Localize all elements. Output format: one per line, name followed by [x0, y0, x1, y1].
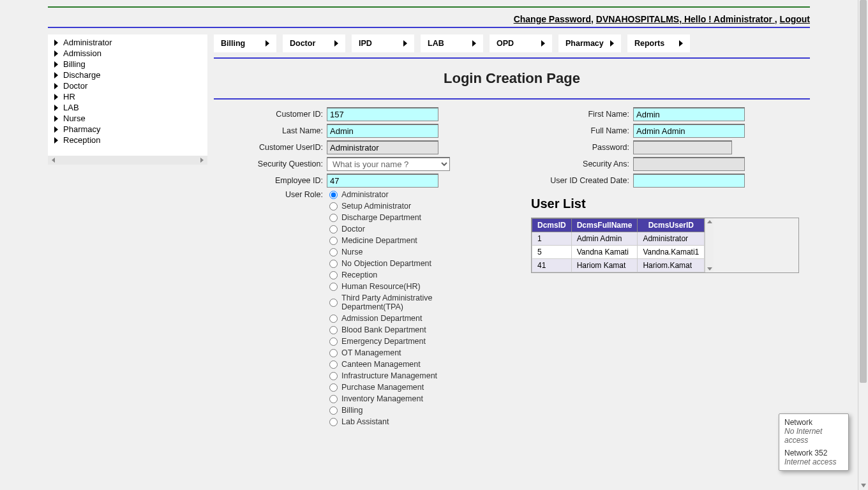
role-label: Purchase Management — [341, 383, 424, 392]
role-option[interactable]: Medicine Department — [329, 236, 493, 245]
tooltip-line1: Network — [784, 418, 843, 427]
role-label: Emergency Department — [341, 337, 426, 346]
sidebar-scrollbar[interactable] — [48, 156, 207, 165]
role-option[interactable]: Third Party Administrative Department(TP… — [329, 293, 493, 311]
menu-pharmacy[interactable]: Pharmacy — [558, 34, 621, 52]
role-option[interactable]: Doctor — [329, 225, 493, 234]
header-bar: Change Password, DVNAHOSPITALMS, Hello !… — [48, 8, 810, 27]
sidebar-item-pharmacy[interactable]: Pharmacy — [48, 124, 207, 135]
role-radio[interactable] — [329, 299, 338, 307]
role-radio[interactable] — [329, 349, 338, 357]
first-name-field[interactable] — [633, 107, 745, 121]
role-radio[interactable] — [329, 191, 338, 199]
employee-id-field[interactable] — [327, 174, 438, 188]
label-password: Password: — [531, 143, 633, 152]
created-date-field[interactable] — [633, 174, 745, 188]
menu-label: Doctor — [290, 39, 315, 48]
menu-label: IPD — [359, 39, 372, 48]
browser-scrollbar[interactable] — [858, 0, 868, 490]
menu-doctor[interactable]: Doctor — [283, 34, 345, 52]
security-ans-field[interactable] — [633, 157, 745, 171]
role-radio[interactable] — [329, 406, 338, 415]
role-radio[interactable] — [329, 202, 338, 211]
role-option[interactable]: Reception — [329, 271, 493, 279]
sidebar-item-label: Admission — [63, 48, 101, 58]
role-option[interactable]: Emergency Department — [329, 337, 493, 346]
role-option[interactable]: Nurse — [329, 248, 493, 256]
role-radio[interactable] — [329, 214, 338, 222]
sidebar-item-billing[interactable]: Billing — [48, 59, 207, 70]
table-row[interactable]: 41Hariom KamatHariom.Kamat — [532, 259, 705, 272]
scroll-left-icon — [52, 158, 55, 163]
menu-reports[interactable]: Reports — [627, 34, 690, 52]
role-option[interactable]: Billing — [329, 406, 493, 415]
role-label: Inventory Management — [341, 394, 423, 403]
sidebar-item-administrator[interactable]: Administrator — [48, 37, 207, 48]
role-option[interactable]: Admission Department — [329, 314, 493, 323]
menu-opd[interactable]: OPD — [490, 34, 552, 52]
role-option[interactable]: Blood Bank Department — [329, 325, 493, 334]
role-label: Nurse — [341, 248, 363, 256]
table-cell: Administrator — [638, 232, 705, 246]
role-option[interactable]: No Objection Department — [329, 259, 493, 268]
role-radio[interactable] — [329, 360, 338, 369]
role-option[interactable]: OT Management — [329, 348, 493, 357]
role-option[interactable]: Canteen Management — [329, 360, 493, 369]
table-row[interactable]: 1Admin AdminAdministrator — [532, 232, 705, 246]
role-radio[interactable] — [329, 338, 338, 346]
role-radio[interactable] — [329, 326, 338, 334]
role-option[interactable]: Discharge Department — [329, 213, 493, 222]
menu-label: OPD — [497, 39, 514, 48]
role-radio[interactable] — [329, 418, 338, 426]
sidebar-item-discharge[interactable]: Discharge — [48, 70, 207, 80]
userlist-col-header: DcmsFullName — [571, 219, 638, 232]
table-cell: Hariom.Kamat — [638, 259, 705, 272]
role-radio[interactable] — [329, 383, 338, 392]
sidebar-item-reception[interactable]: Reception — [48, 135, 207, 145]
role-option[interactable]: Lab Assistant — [329, 417, 493, 426]
table-cell: 41 — [532, 259, 572, 272]
table-cell: Hariom Kamat — [571, 259, 638, 272]
logout-link[interactable]: Logout — [780, 14, 810, 24]
role-option[interactable]: Purchase Management — [329, 383, 493, 392]
change-password-link[interactable]: Change Password — [514, 14, 591, 24]
role-radio[interactable] — [329, 283, 338, 291]
role-radio[interactable] — [329, 315, 338, 323]
top-menu: BillingDoctorIPDLABOPDPharmacyReports — [214, 34, 810, 57]
password-field[interactable] — [633, 140, 732, 154]
chevron-right-icon — [541, 40, 545, 47]
scroll-down-icon — [861, 484, 866, 487]
menu-lab[interactable]: LAB — [421, 34, 483, 52]
sidebar-item-lab[interactable]: LAB — [48, 102, 207, 113]
menu-ipd[interactable]: IPD — [352, 34, 414, 52]
customer-userid-field[interactable] — [327, 140, 438, 154]
scrollbar-thumb[interactable] — [860, 0, 867, 383]
role-radio[interactable] — [329, 248, 338, 256]
page-title: Login Creation Page — [214, 70, 810, 87]
menu-billing[interactable]: Billing — [214, 34, 276, 52]
sidebar-item-doctor[interactable]: Doctor — [48, 80, 207, 91]
table-row[interactable]: 5Vandna KamatiVandna.Kamati1 — [532, 246, 705, 259]
role-option[interactable]: Administrator — [329, 190, 493, 199]
sidebar-item-nurse[interactable]: Nurse — [48, 113, 207, 124]
role-radio[interactable] — [329, 260, 338, 268]
role-option[interactable]: Infrastructure Management — [329, 371, 493, 380]
table-cell: 1 — [532, 232, 572, 246]
role-radio[interactable] — [329, 372, 338, 380]
role-radio[interactable] — [329, 225, 338, 234]
role-radio[interactable] — [329, 271, 338, 279]
full-name-field[interactable] — [633, 124, 745, 138]
sidebar-item-admission[interactable]: Admission — [48, 48, 207, 59]
customer-id-field[interactable] — [327, 107, 438, 121]
role-radio[interactable] — [329, 237, 338, 245]
last-name-field[interactable] — [327, 124, 438, 138]
userlist-scrollbar[interactable] — [705, 218, 714, 272]
sidebar-item-hr[interactable]: HR — [48, 91, 207, 102]
role-option[interactable]: Inventory Management — [329, 394, 493, 403]
app-title-greeting[interactable]: DVNAHOSPITALMS, Hello ! Administrator , — [596, 14, 777, 24]
security-question-select[interactable]: What is your name ? — [327, 157, 450, 171]
chevron-right-icon — [266, 40, 269, 47]
role-option[interactable]: Human Resource(HR) — [329, 282, 493, 291]
role-option[interactable]: Setup Administrator — [329, 202, 493, 211]
role-radio[interactable] — [329, 395, 338, 403]
